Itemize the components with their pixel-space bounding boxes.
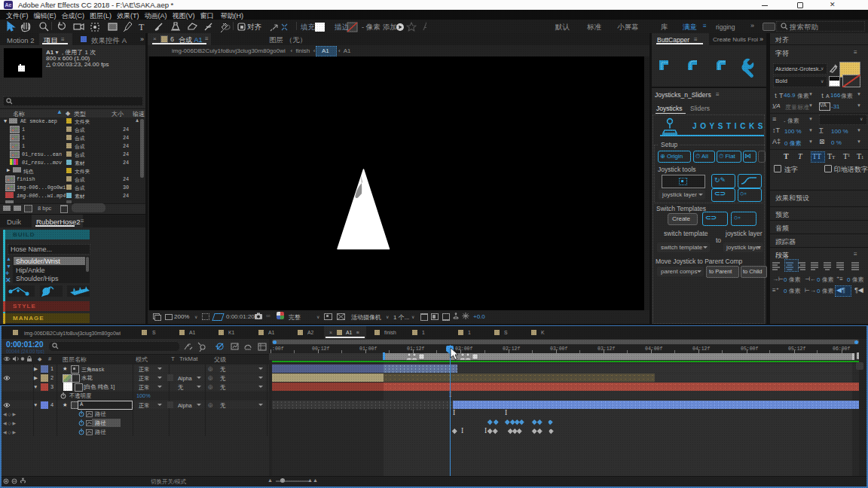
svg-text:T: T (139, 22, 145, 32)
